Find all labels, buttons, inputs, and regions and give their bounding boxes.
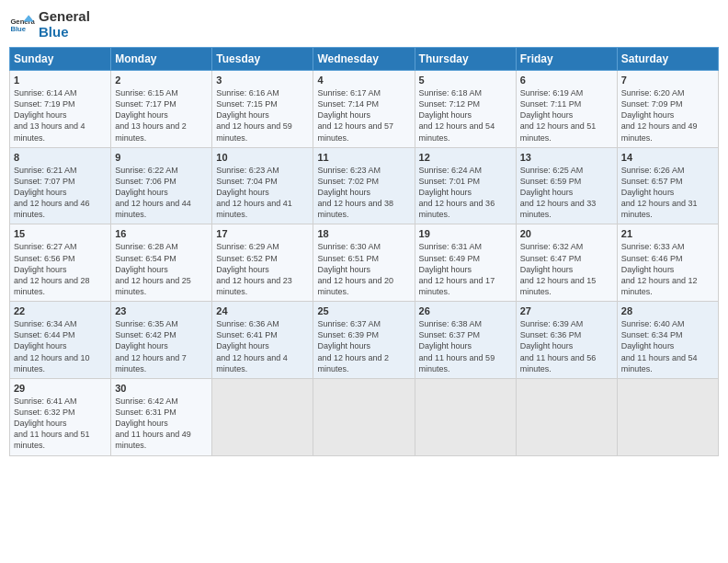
calendar-table: SundayMondayTuesdayWednesdayThursdayFrid… (9, 47, 719, 456)
cell-content: Sunrise: 6:23 AM Sunset: 7:04 PM Dayligh… (216, 165, 309, 221)
day-number: 4 (317, 75, 410, 86)
calendar-cell: 11 Sunrise: 6:23 AM Sunset: 7:02 PM Dayl… (313, 147, 415, 224)
cell-content: Sunrise: 6:19 AM Sunset: 7:11 PM Dayligh… (520, 87, 613, 144)
calendar-cell: 13 Sunrise: 6:25 AM Sunset: 6:59 PM Dayl… (516, 147, 617, 224)
calendar-cell: 7 Sunrise: 6:20 AM Sunset: 7:09 PM Dayli… (617, 71, 718, 148)
calendar-cell (415, 378, 516, 455)
day-number: 14 (621, 152, 714, 163)
cell-content: Sunrise: 6:14 AM Sunset: 7:19 PM Dayligh… (14, 87, 107, 144)
calendar-week-2: 8 Sunrise: 6:21 AM Sunset: 7:07 PM Dayli… (10, 147, 719, 224)
day-number: 12 (419, 152, 512, 163)
calendar-header-row: SundayMondayTuesdayWednesdayThursdayFrid… (10, 48, 719, 71)
day-number: 2 (115, 75, 208, 86)
cell-content: Sunrise: 6:33 AM Sunset: 6:46 PM Dayligh… (621, 241, 714, 297)
day-number: 6 (520, 75, 613, 86)
calendar-cell: 29 Sunrise: 6:41 AM Sunset: 6:32 PM Dayl… (10, 378, 111, 455)
calendar-week-4: 22 Sunrise: 6:34 AM Sunset: 6:44 PM Dayl… (10, 302, 719, 379)
calendar-week-1: 1 Sunrise: 6:14 AM Sunset: 7:19 PM Dayli… (10, 71, 719, 148)
cell-content: Sunrise: 6:23 AM Sunset: 7:02 PM Dayligh… (317, 165, 410, 221)
calendar-cell: 15 Sunrise: 6:27 AM Sunset: 6:56 PM Dayl… (10, 224, 111, 302)
calendar-cell: 4 Sunrise: 6:17 AM Sunset: 7:14 PM Dayli… (313, 71, 415, 148)
day-number: 29 (14, 383, 107, 394)
calendar-cell (212, 378, 313, 455)
calendar-cell: 30 Sunrise: 6:42 AM Sunset: 6:31 PM Dayl… (111, 378, 212, 455)
calendar-cell: 18 Sunrise: 6:30 AM Sunset: 6:51 PM Dayl… (313, 224, 415, 302)
calendar-cell: 14 Sunrise: 6:26 AM Sunset: 6:57 PM Dayl… (617, 147, 718, 224)
cell-content: Sunrise: 6:18 AM Sunset: 7:12 PM Dayligh… (419, 87, 512, 144)
day-number: 24 (216, 305, 309, 316)
calendar-week-3: 15 Sunrise: 6:27 AM Sunset: 6:56 PM Dayl… (10, 224, 719, 302)
calendar-week-5: 29 Sunrise: 6:41 AM Sunset: 6:32 PM Dayl… (10, 378, 719, 455)
day-number: 19 (419, 228, 512, 239)
day-number: 28 (621, 305, 714, 316)
day-number: 9 (115, 152, 208, 163)
cell-content: Sunrise: 6:21 AM Sunset: 7:07 PM Dayligh… (14, 165, 107, 221)
logo-blue: Blue (39, 25, 90, 40)
col-header-wednesday: Wednesday (313, 48, 415, 71)
cell-content: Sunrise: 6:38 AM Sunset: 6:37 PM Dayligh… (419, 318, 512, 374)
day-number: 5 (419, 75, 512, 86)
col-header-monday: Monday (111, 48, 212, 71)
day-number: 7 (621, 75, 714, 86)
cell-content: Sunrise: 6:27 AM Sunset: 6:56 PM Dayligh… (14, 241, 107, 297)
calendar-cell: 19 Sunrise: 6:31 AM Sunset: 6:49 PM Dayl… (415, 224, 516, 302)
calendar-cell: 6 Sunrise: 6:19 AM Sunset: 7:11 PM Dayli… (516, 71, 617, 148)
cell-content: Sunrise: 6:31 AM Sunset: 6:49 PM Dayligh… (419, 241, 512, 297)
calendar-cell: 24 Sunrise: 6:36 AM Sunset: 6:41 PM Dayl… (212, 302, 313, 379)
calendar-body: 1 Sunrise: 6:14 AM Sunset: 7:19 PM Dayli… (10, 71, 719, 456)
day-number: 18 (317, 228, 410, 239)
cell-content: Sunrise: 6:17 AM Sunset: 7:14 PM Dayligh… (317, 87, 410, 144)
day-number: 20 (520, 228, 613, 239)
calendar-cell: 26 Sunrise: 6:38 AM Sunset: 6:37 PM Dayl… (415, 302, 516, 379)
day-number: 26 (419, 305, 512, 316)
calendar-cell: 16 Sunrise: 6:28 AM Sunset: 6:54 PM Dayl… (111, 224, 212, 302)
calendar-cell (516, 378, 617, 455)
calendar-cell: 5 Sunrise: 6:18 AM Sunset: 7:12 PM Dayli… (415, 71, 516, 148)
calendar-cell: 9 Sunrise: 6:22 AM Sunset: 7:06 PM Dayli… (111, 147, 212, 224)
calendar-cell: 17 Sunrise: 6:29 AM Sunset: 6:52 PM Dayl… (212, 224, 313, 302)
cell-content: Sunrise: 6:20 AM Sunset: 7:09 PM Dayligh… (621, 87, 714, 144)
calendar-cell: 2 Sunrise: 6:15 AM Sunset: 7:17 PM Dayli… (111, 71, 212, 148)
day-number: 8 (14, 152, 107, 163)
day-number: 23 (115, 305, 208, 316)
calendar-cell: 27 Sunrise: 6:39 AM Sunset: 6:36 PM Dayl… (516, 302, 617, 379)
cell-content: Sunrise: 6:16 AM Sunset: 7:15 PM Dayligh… (216, 87, 309, 144)
cell-content: Sunrise: 6:39 AM Sunset: 6:36 PM Dayligh… (520, 318, 613, 374)
page-header: General Blue General Blue (9, 9, 719, 40)
col-header-sunday: Sunday (10, 48, 111, 71)
cell-content: Sunrise: 6:15 AM Sunset: 7:17 PM Dayligh… (115, 87, 208, 144)
day-number: 25 (317, 305, 410, 316)
cell-content: Sunrise: 6:41 AM Sunset: 6:32 PM Dayligh… (14, 396, 107, 452)
logo-general: General (39, 9, 90, 25)
day-number: 11 (317, 152, 410, 163)
day-number: 3 (216, 75, 309, 86)
cell-content: Sunrise: 6:40 AM Sunset: 6:34 PM Dayligh… (621, 318, 714, 374)
day-number: 15 (14, 228, 107, 239)
day-number: 1 (14, 75, 107, 86)
calendar-cell: 10 Sunrise: 6:23 AM Sunset: 7:04 PM Dayl… (212, 147, 313, 224)
col-header-saturday: Saturday (617, 48, 718, 71)
cell-content: Sunrise: 6:34 AM Sunset: 6:44 PM Dayligh… (14, 318, 107, 374)
day-number: 21 (621, 228, 714, 239)
col-header-friday: Friday (516, 48, 617, 71)
day-number: 27 (520, 305, 613, 316)
calendar-cell (617, 378, 718, 455)
calendar-cell: 28 Sunrise: 6:40 AM Sunset: 6:34 PM Dayl… (617, 302, 718, 379)
calendar-cell: 21 Sunrise: 6:33 AM Sunset: 6:46 PM Dayl… (617, 224, 718, 302)
calendar-cell: 8 Sunrise: 6:21 AM Sunset: 7:07 PM Dayli… (10, 147, 111, 224)
day-number: 17 (216, 228, 309, 239)
cell-content: Sunrise: 6:37 AM Sunset: 6:39 PM Dayligh… (317, 318, 410, 374)
cell-content: Sunrise: 6:24 AM Sunset: 7:01 PM Dayligh… (419, 165, 512, 221)
cell-content: Sunrise: 6:30 AM Sunset: 6:51 PM Dayligh… (317, 241, 410, 297)
cell-content: Sunrise: 6:28 AM Sunset: 6:54 PM Dayligh… (115, 241, 208, 297)
day-number: 10 (216, 152, 309, 163)
cell-content: Sunrise: 6:42 AM Sunset: 6:31 PM Dayligh… (115, 396, 208, 452)
cell-content: Sunrise: 6:22 AM Sunset: 7:06 PM Dayligh… (115, 165, 208, 221)
cell-content: Sunrise: 6:32 AM Sunset: 6:47 PM Dayligh… (520, 241, 613, 297)
col-header-thursday: Thursday (415, 48, 516, 71)
cell-content: Sunrise: 6:25 AM Sunset: 6:59 PM Dayligh… (520, 165, 613, 221)
calendar-cell: 12 Sunrise: 6:24 AM Sunset: 7:01 PM Dayl… (415, 147, 516, 224)
cell-content: Sunrise: 6:26 AM Sunset: 6:57 PM Dayligh… (621, 165, 714, 221)
day-number: 22 (14, 305, 107, 316)
cell-content: Sunrise: 6:36 AM Sunset: 6:41 PM Dayligh… (216, 318, 309, 374)
